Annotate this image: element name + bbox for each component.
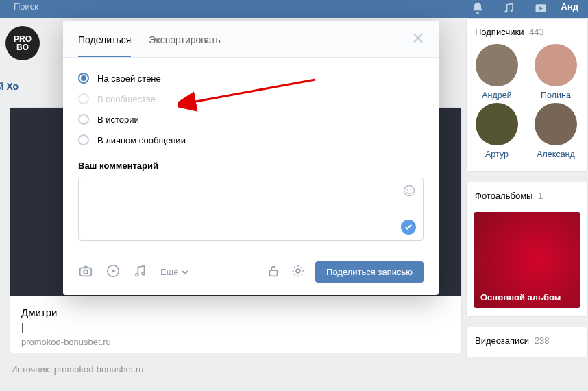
subscriber[interactable]: Полина	[534, 44, 578, 100]
subscriber[interactable]: Андрей	[475, 44, 519, 100]
videos-panel: Видеозаписи 238	[466, 327, 588, 357]
svg-point-10	[142, 272, 145, 275]
radio-icon	[78, 73, 89, 84]
tab-export[interactable]: Экспортировать	[149, 21, 220, 57]
post-source: Источник: promokod-bonusbet.ru	[11, 364, 466, 375]
radio-community: В сообществе	[78, 93, 424, 104]
video-icon[interactable]	[534, 1, 548, 17]
gear-icon[interactable]	[291, 263, 306, 281]
share-target-list: На своей стене В сообществе В истории В …	[78, 73, 424, 145]
submit-button[interactable]: Поделиться записью	[315, 261, 424, 283]
radio-icon	[78, 134, 89, 145]
camera-icon[interactable]	[78, 263, 93, 281]
svg-rect-11	[270, 270, 278, 276]
radio-icon	[78, 93, 89, 104]
bell-icon[interactable]	[471, 1, 485, 17]
checkmark-icon[interactable]	[401, 220, 416, 235]
emoji-icon[interactable]	[402, 184, 416, 200]
tab-share[interactable]: Поделиться	[78, 21, 131, 57]
share-modal: Поделиться Экспортировать На своей стене…	[63, 21, 439, 295]
subscribers-panel: Подписчики 443 Андрей Полина Артур Алекс…	[466, 18, 588, 172]
radio-story[interactable]: В истории	[78, 114, 424, 125]
radio-own-wall[interactable]: На своей стене	[78, 73, 424, 84]
svg-point-12	[296, 269, 300, 273]
videos-count: 238	[535, 335, 550, 346]
modal-header: Поделиться Экспортировать	[63, 21, 439, 58]
comment-input[interactable]	[78, 178, 424, 241]
svg-point-9	[136, 273, 138, 276]
comment-label: Ваш комментарий	[78, 161, 424, 171]
close-icon[interactable]	[413, 32, 424, 45]
post-domain: promokod-bonusbet.ru	[21, 337, 450, 347]
profile-avatar[interactable]: PRO BO	[5, 26, 40, 60]
topbar: Поиск Анд	[0, 0, 588, 18]
photos-count: 1	[538, 191, 543, 201]
radio-dm[interactable]: В личном сообщении	[78, 134, 424, 145]
user-name[interactable]: Анд	[561, 0, 579, 12]
videos-title[interactable]: Видеозаписи	[475, 335, 529, 346]
photos-panel: Фотоальбомы 1 Основной альбом	[466, 182, 588, 317]
post-title: Дмитри |	[21, 305, 450, 334]
subscribers-title[interactable]: Подписчики	[475, 27, 524, 37]
svg-point-1	[510, 10, 512, 12]
music-note-icon[interactable]	[133, 263, 148, 281]
music-icon[interactable]	[502, 1, 516, 17]
more-menu[interactable]: Ещё	[160, 267, 188, 277]
svg-point-7	[84, 270, 88, 274]
svg-point-0	[504, 10, 506, 12]
album-label: Основной альбом	[480, 292, 561, 303]
svg-point-5	[411, 189, 411, 190]
subscribers-count: 443	[529, 27, 544, 37]
radio-icon	[78, 114, 89, 125]
album-thumb[interactable]: Основной альбом	[474, 212, 580, 308]
svg-point-4	[407, 189, 408, 190]
svg-point-3	[404, 186, 415, 196]
svg-rect-6	[80, 268, 92, 276]
photos-title[interactable]: Фотоальбомы	[475, 191, 532, 201]
search-input-placeholder[interactable]: Поиск	[10, 0, 471, 12]
play-circle-icon[interactable]	[106, 263, 121, 281]
subscriber[interactable]: Артур	[475, 103, 519, 159]
lock-icon[interactable]	[266, 263, 281, 281]
subscriber[interactable]: Александ	[534, 103, 578, 159]
